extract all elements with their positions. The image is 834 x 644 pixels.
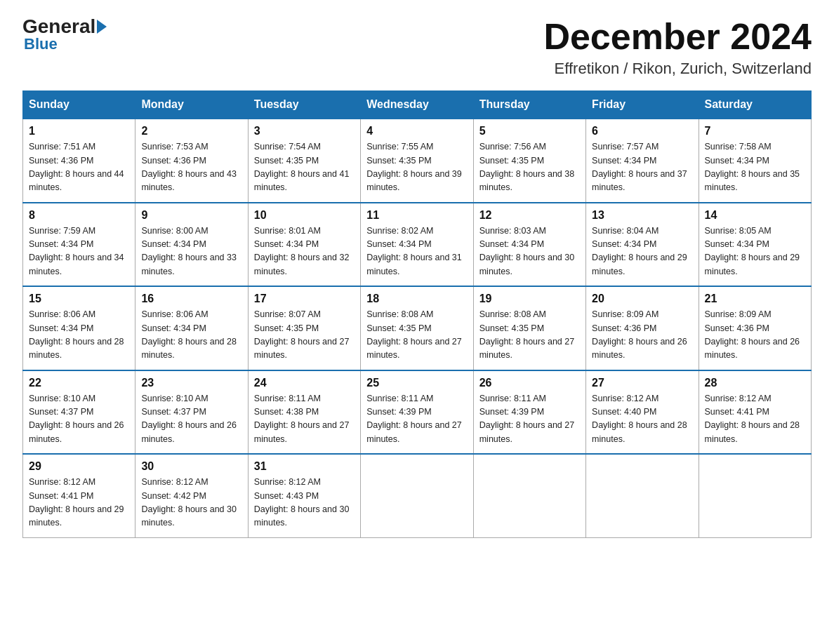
day-cell-23: 23Sunrise: 8:10 AMSunset: 4:37 PMDayligh… (135, 370, 248, 455)
day-cell-18: 18Sunrise: 8:08 AMSunset: 4:35 PMDayligh… (361, 286, 473, 370)
header-tuesday: Tuesday (248, 91, 360, 119)
day-number: 23 (141, 377, 241, 389)
page-header: General Blue December 2024 Effretikon / … (22, 17, 812, 78)
day-cell-11: 11Sunrise: 8:02 AMSunset: 4:34 PMDayligh… (361, 203, 473, 287)
day-number: 1 (29, 125, 129, 137)
day-number: 11 (366, 209, 467, 222)
day-number: 12 (479, 209, 580, 222)
week-row-2: 8Sunrise: 7:59 AMSunset: 4:34 PMDaylight… (23, 203, 812, 287)
day-number: 16 (141, 293, 241, 305)
day-cell-5: 5Sunrise: 7:56 AMSunset: 4:35 PMDaylight… (473, 119, 585, 203)
day-info: Sunrise: 8:08 AMSunset: 4:35 PMDaylight:… (366, 308, 467, 363)
day-cell-7: 7Sunrise: 7:58 AMSunset: 4:34 PMDaylight… (699, 119, 811, 203)
week-row-4: 22Sunrise: 8:10 AMSunset: 4:37 PMDayligh… (23, 370, 812, 455)
day-number: 10 (254, 209, 355, 222)
day-number: 15 (29, 293, 129, 305)
day-cell-3: 3Sunrise: 7:54 AMSunset: 4:35 PMDaylight… (248, 119, 360, 203)
header-saturday: Saturday (699, 91, 811, 119)
day-info: Sunrise: 8:06 AMSunset: 4:34 PMDaylight:… (29, 308, 129, 363)
day-info: Sunrise: 8:08 AMSunset: 4:35 PMDaylight:… (479, 308, 580, 363)
day-info: Sunrise: 8:12 AMSunset: 4:41 PMDaylight:… (705, 392, 805, 447)
day-cell-9: 9Sunrise: 8:00 AMSunset: 4:34 PMDaylight… (135, 203, 248, 287)
day-cell-19: 19Sunrise: 8:08 AMSunset: 4:35 PMDayligh… (473, 286, 585, 370)
logo-general: General (22, 17, 95, 36)
day-info: Sunrise: 8:06 AMSunset: 4:34 PMDaylight:… (141, 308, 241, 363)
day-info: Sunrise: 8:12 AMSunset: 4:43 PMDaylight:… (254, 476, 355, 530)
day-number: 25 (366, 377, 467, 389)
day-info: Sunrise: 8:02 AMSunset: 4:34 PMDaylight:… (366, 224, 467, 279)
day-cell-27: 27Sunrise: 8:12 AMSunset: 4:40 PMDayligh… (586, 370, 699, 455)
header-friday: Friday (586, 91, 699, 119)
header-thursday: Thursday (473, 91, 585, 119)
day-number: 29 (29, 460, 129, 473)
day-number: 8 (29, 209, 129, 222)
day-cell-10: 10Sunrise: 8:01 AMSunset: 4:34 PMDayligh… (248, 203, 360, 287)
day-number: 14 (705, 209, 805, 222)
day-number: 7 (705, 125, 805, 137)
day-number: 9 (141, 209, 241, 222)
day-cell-26: 26Sunrise: 8:11 AMSunset: 4:39 PMDayligh… (473, 370, 585, 455)
day-info: Sunrise: 8:00 AMSunset: 4:34 PMDaylight:… (141, 224, 241, 279)
day-number: 26 (479, 377, 580, 389)
day-info: Sunrise: 8:12 AMSunset: 4:40 PMDaylight:… (592, 392, 692, 447)
empty-cell (699, 454, 811, 537)
day-info: Sunrise: 8:05 AMSunset: 4:34 PMDaylight:… (705, 224, 805, 279)
day-number: 5 (479, 125, 580, 137)
day-number: 3 (254, 125, 355, 137)
day-cell-13: 13Sunrise: 8:04 AMSunset: 4:34 PMDayligh… (586, 203, 699, 287)
day-cell-29: 29Sunrise: 8:12 AMSunset: 4:41 PMDayligh… (23, 454, 135, 537)
day-cell-17: 17Sunrise: 8:07 AMSunset: 4:35 PMDayligh… (248, 286, 360, 370)
day-cell-12: 12Sunrise: 8:03 AMSunset: 4:34 PMDayligh… (473, 203, 585, 287)
day-number: 17 (254, 293, 355, 305)
month-title: December 2024 (543, 17, 812, 57)
logo: General Blue (22, 17, 107, 53)
day-cell-21: 21Sunrise: 8:09 AMSunset: 4:36 PMDayligh… (699, 286, 811, 370)
day-cell-8: 8Sunrise: 7:59 AMSunset: 4:34 PMDaylight… (23, 203, 135, 287)
header-wednesday: Wednesday (361, 91, 473, 119)
day-info: Sunrise: 8:11 AMSunset: 4:39 PMDaylight:… (479, 392, 580, 447)
header-sunday: Sunday (23, 91, 135, 119)
calendar-table: SundayMondayTuesdayWednesdayThursdayFrid… (22, 90, 812, 538)
day-cell-14: 14Sunrise: 8:05 AMSunset: 4:34 PMDayligh… (699, 203, 811, 287)
day-cell-4: 4Sunrise: 7:55 AMSunset: 4:35 PMDaylight… (361, 119, 473, 203)
day-cell-15: 15Sunrise: 8:06 AMSunset: 4:34 PMDayligh… (23, 286, 135, 370)
header-row: SundayMondayTuesdayWednesdayThursdayFrid… (23, 91, 812, 119)
day-cell-31: 31Sunrise: 8:12 AMSunset: 4:43 PMDayligh… (248, 454, 360, 537)
location-title: Effretikon / Rikon, Zurich, Switzerland (543, 60, 812, 78)
day-info: Sunrise: 8:11 AMSunset: 4:38 PMDaylight:… (254, 392, 355, 447)
day-info: Sunrise: 8:07 AMSunset: 4:35 PMDaylight:… (254, 308, 355, 363)
header-monday: Monday (135, 91, 248, 119)
day-info: Sunrise: 8:01 AMSunset: 4:34 PMDaylight:… (254, 224, 355, 279)
day-info: Sunrise: 7:54 AMSunset: 4:35 PMDaylight:… (254, 140, 355, 195)
day-number: 27 (592, 377, 692, 389)
day-cell-1: 1Sunrise: 7:51 AMSunset: 4:36 PMDaylight… (23, 119, 135, 203)
empty-cell (586, 454, 699, 537)
day-cell-20: 20Sunrise: 8:09 AMSunset: 4:36 PMDayligh… (586, 286, 699, 370)
day-number: 24 (254, 377, 355, 389)
day-info: Sunrise: 8:12 AMSunset: 4:41 PMDaylight:… (29, 476, 129, 530)
day-number: 4 (366, 125, 467, 137)
day-number: 22 (29, 377, 129, 389)
day-cell-2: 2Sunrise: 7:53 AMSunset: 4:36 PMDaylight… (135, 119, 248, 203)
day-info: Sunrise: 7:51 AMSunset: 4:36 PMDaylight:… (29, 140, 129, 195)
day-info: Sunrise: 8:03 AMSunset: 4:34 PMDaylight:… (479, 224, 580, 279)
day-info: Sunrise: 8:11 AMSunset: 4:39 PMDaylight:… (366, 392, 467, 447)
day-cell-28: 28Sunrise: 8:12 AMSunset: 4:41 PMDayligh… (699, 370, 811, 455)
day-cell-6: 6Sunrise: 7:57 AMSunset: 4:34 PMDaylight… (586, 119, 699, 203)
day-number: 31 (254, 460, 355, 473)
day-info: Sunrise: 7:53 AMSunset: 4:36 PMDaylight:… (141, 140, 241, 195)
logo-blue: Blue (24, 35, 58, 53)
day-number: 20 (592, 293, 692, 305)
day-info: Sunrise: 7:58 AMSunset: 4:34 PMDaylight:… (705, 140, 805, 195)
empty-cell (473, 454, 585, 537)
day-cell-24: 24Sunrise: 8:11 AMSunset: 4:38 PMDayligh… (248, 370, 360, 455)
day-info: Sunrise: 8:10 AMSunset: 4:37 PMDaylight:… (29, 392, 129, 447)
title-area: December 2024 Effretikon / Rikon, Zurich… (543, 17, 812, 78)
day-info: Sunrise: 8:09 AMSunset: 4:36 PMDaylight:… (592, 308, 692, 363)
day-number: 28 (705, 377, 805, 389)
day-info: Sunrise: 7:57 AMSunset: 4:34 PMDaylight:… (592, 140, 692, 195)
day-number: 19 (479, 293, 580, 305)
day-cell-25: 25Sunrise: 8:11 AMSunset: 4:39 PMDayligh… (361, 370, 473, 455)
day-info: Sunrise: 7:56 AMSunset: 4:35 PMDaylight:… (479, 140, 580, 195)
logo-arrow-icon (97, 20, 107, 34)
